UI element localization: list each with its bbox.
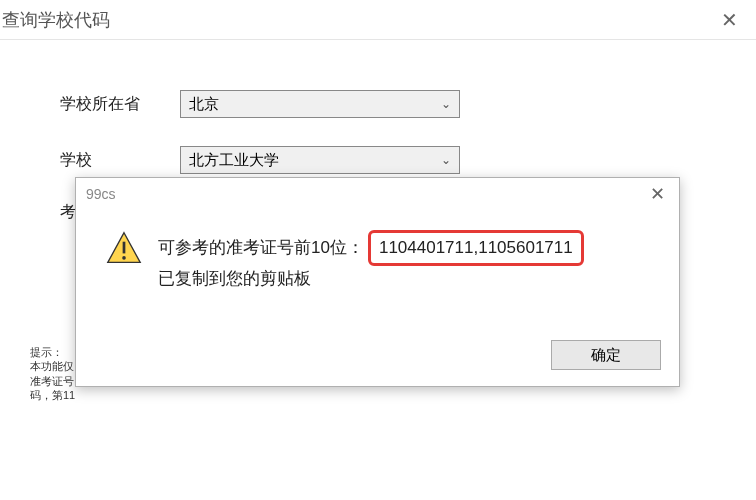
title-bar: 查询学校代码 ✕ (0, 0, 756, 40)
school-value: 北方工业大学 (189, 151, 279, 170)
alert-dialog: 99cs ✕ 可参考的准考证号前10位： 1104401711,11056017… (75, 177, 680, 387)
school-select[interactable]: 北方工业大学 ⌄ (180, 146, 460, 174)
chevron-down-icon: ⌄ (441, 97, 451, 111)
exam-number-highlight: 1104401711,1105601711 (368, 230, 584, 266)
close-icon[interactable]: ✕ (711, 4, 748, 36)
form-area: 学校所在省 北京 ⌄ 学校 北方工业大学 ⌄ (0, 40, 756, 174)
chevron-down-icon: ⌄ (441, 153, 451, 167)
message-line-1: 可参考的准考证号前10位： 1104401711,1105601711 (158, 230, 584, 266)
ok-button[interactable]: 确定 (551, 340, 661, 370)
partial-row-label: 考 (60, 202, 76, 223)
message-prefix: 可参考的准考证号前10位： (158, 235, 364, 261)
province-label: 学校所在省 (60, 94, 180, 115)
modal-title-bar: 99cs ✕ (76, 178, 679, 210)
svg-point-2 (122, 256, 126, 260)
window-title: 查询学校代码 (0, 8, 110, 32)
modal-title: 99cs (86, 186, 116, 202)
modal-body: 可参考的准考证号前10位： 1104401711,1105601711 已复制到… (76, 210, 679, 291)
main-window: 查询学校代码 ✕ 学校所在省 北京 ⌄ 学校 北方工业大学 ⌄ 考 提示： 本功… (0, 0, 756, 500)
province-value: 北京 (189, 95, 219, 114)
province-select[interactable]: 北京 ⌄ (180, 90, 460, 118)
message-block: 可参考的准考证号前10位： 1104401711,1105601711 已复制到… (158, 230, 584, 291)
school-label: 学校 (60, 150, 180, 171)
modal-close-icon[interactable]: ✕ (642, 181, 673, 207)
warning-icon (106, 230, 142, 266)
school-row: 学校 北方工业大学 ⌄ (60, 146, 696, 174)
modal-footer: 确定 (551, 340, 661, 370)
province-row: 学校所在省 北京 ⌄ (60, 90, 696, 118)
message-line-2: 已复制到您的剪贴板 (158, 266, 584, 292)
hint-line: 码，第11 (30, 388, 90, 402)
